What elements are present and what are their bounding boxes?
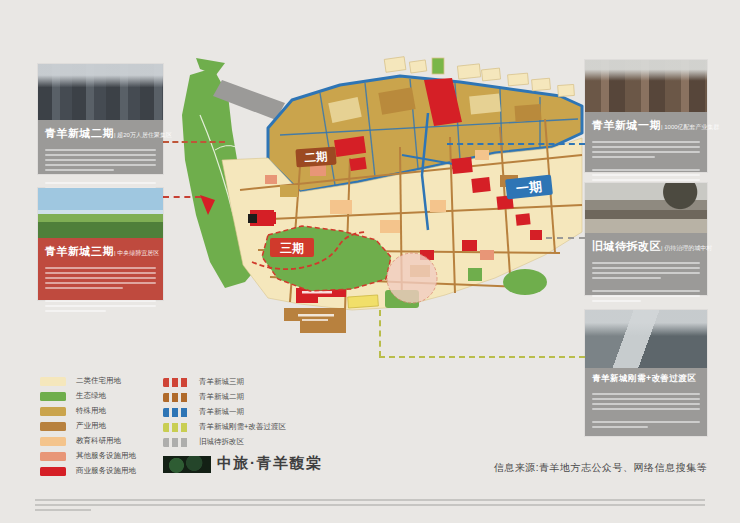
- text-line: [592, 398, 700, 400]
- developer-logo-text: 中旅·青羊馥棠: [217, 454, 323, 473]
- text-line: [592, 295, 700, 297]
- callout-oldtown: 旧城待拆改区 | 仍待治理的城中村: [585, 183, 707, 295]
- connector-transition-vertical: [379, 310, 381, 357]
- text-line: [45, 164, 156, 166]
- text-line: [592, 174, 700, 176]
- text-line: [45, 282, 156, 284]
- paragraph-gap: [592, 413, 700, 418]
- legend-phase-row-3: 青羊新城刚需+改善过渡区: [163, 422, 286, 432]
- text-line: [45, 149, 156, 151]
- text-line: [592, 151, 700, 153]
- text-line: [592, 393, 700, 395]
- phase-label: 青羊新城二期: [199, 392, 244, 402]
- text-line: [592, 272, 700, 274]
- text-line: [592, 403, 700, 405]
- text-line: [45, 305, 156, 307]
- callout-phase2: 青羊新城二期 | 超20万人居住聚集区: [38, 64, 163, 174]
- landuse-label: 其他服务设施用地: [76, 451, 136, 461]
- phase3-photo: [38, 188, 163, 238]
- legend-landuse-row-4: 教育科研用地: [40, 436, 121, 446]
- legend-phase-row-1: 青羊新城二期: [163, 392, 244, 402]
- phase3-subtitle: | 中央绿肺宜居区: [114, 249, 159, 258]
- phase-label: 旧城待拆改区: [199, 437, 244, 447]
- text-line: [592, 141, 700, 143]
- text-line: [45, 267, 156, 269]
- landuse-swatch-commercial: [40, 467, 66, 476]
- text-line: [45, 182, 156, 184]
- phase-swatch-transition: [163, 423, 189, 432]
- transition-body: [585, 387, 707, 439]
- landuse-swatch-education: [40, 437, 66, 446]
- paragraph-gap: [592, 282, 700, 287]
- landuse-swatch-special: [40, 407, 66, 416]
- text-line: [45, 159, 156, 161]
- legend-landuse-row-3: 产业用地: [40, 421, 106, 431]
- text-line: [45, 277, 156, 279]
- phase1-photo: [585, 60, 707, 112]
- phase2-subtitle: | 超20万人居住聚集区: [114, 131, 172, 140]
- phase3-title: 青羊新城三期: [45, 244, 114, 259]
- connector-transition-horizontal: [379, 356, 585, 358]
- landuse-label: 商业服务设施用地: [76, 466, 136, 476]
- text-line: [592, 179, 700, 181]
- phase-swatch-2: [163, 393, 189, 402]
- connector-phase3: [163, 196, 201, 198]
- source-note: 信息来源:青羊地方志公众号、网络信息搜集等: [494, 461, 707, 475]
- landuse-label: 教育科研用地: [76, 436, 121, 446]
- connector-phase2: [163, 141, 225, 143]
- text-line: [592, 267, 700, 269]
- text-line: [45, 272, 156, 274]
- text-line: [592, 290, 700, 292]
- footer-text-line: [35, 509, 91, 511]
- legend-phase-row-0: 青羊新城三期: [163, 377, 244, 387]
- phase1-subtitle: | 1000亿配套产业集群: [661, 123, 720, 132]
- phase2-map-label: 二期: [304, 150, 328, 164]
- legend-landuse-row-0: 二类住宅用地: [40, 376, 121, 386]
- text-line: [45, 310, 106, 312]
- landuse-swatch-green: [40, 392, 66, 401]
- connector-phase1: [447, 143, 585, 145]
- footer-text-line: [35, 499, 705, 501]
- footer-text-line: [35, 504, 705, 506]
- landuse-swatch-residential: [40, 377, 66, 386]
- landuse-label: 产业用地: [76, 421, 106, 431]
- text-line: [592, 408, 700, 410]
- legend-phase-row-4: 旧城待拆改区: [163, 437, 244, 447]
- text-line: [592, 262, 700, 264]
- text-line: [592, 300, 641, 302]
- connector-oldtown: [546, 237, 585, 239]
- map-dark-parcel: [248, 214, 257, 223]
- landuse-swatch-service: [40, 452, 66, 461]
- oldtown-subtitle: | 仍待治理的城中村: [661, 244, 712, 253]
- text-line: [592, 426, 648, 428]
- phase-swatch-1: [163, 408, 189, 417]
- phase1-map-label: 一期: [515, 179, 542, 197]
- transition-photo: [585, 310, 707, 368]
- legend-phase-row-2: 青羊新城一期: [163, 407, 244, 417]
- developer-logo-image: [163, 456, 211, 473]
- landuse-label: 特殊用地: [76, 406, 106, 416]
- landuse-swatch-industry: [40, 422, 66, 431]
- text-line: [592, 277, 661, 279]
- paragraph-gap: [45, 174, 156, 179]
- map-highlight-circle: [387, 253, 437, 303]
- paragraph-gap: [592, 161, 700, 166]
- text-line: [45, 300, 156, 302]
- text-line: [592, 146, 700, 148]
- transition-title: 青羊新城刚需+改善过渡区: [585, 368, 707, 387]
- oldtown-photo: [585, 183, 707, 233]
- paragraph-gap: [45, 292, 156, 297]
- legend-landuse-row-2: 特殊用地: [40, 406, 106, 416]
- planning-map: 一期 二期 三期: [170, 55, 585, 355]
- phase-label: 青羊新城刚需+改善过渡区: [199, 422, 286, 432]
- text-line: [592, 169, 700, 171]
- phase3-map-label: 三期: [280, 241, 304, 255]
- phase-swatch-oldtown: [163, 438, 189, 447]
- legend-landuse-row-6: 商业服务设施用地: [40, 466, 136, 476]
- infographic-page: 一期 二期 三期 青羊新城二期 | 超20万人居住聚集区 青羊新城三期: [0, 0, 740, 523]
- legend-landuse-row-5: 其他服务设施用地: [40, 451, 136, 461]
- phase-label: 青羊新城一期: [199, 407, 244, 417]
- landuse-label: 生态绿地: [76, 391, 106, 401]
- text-line: [45, 154, 156, 156]
- phase-label: 青羊新城三期: [199, 377, 244, 387]
